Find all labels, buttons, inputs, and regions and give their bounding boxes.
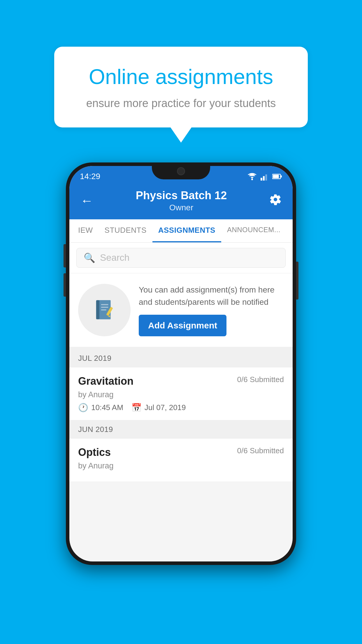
- tab-students[interactable]: STUDENTS: [99, 219, 152, 242]
- settings-button[interactable]: [267, 191, 284, 211]
- notebook-icon: [91, 297, 117, 323]
- svg-rect-6: [280, 175, 282, 177]
- svg-rect-7: [273, 175, 279, 178]
- tab-assignments[interactable]: ASSIGNMENTS: [152, 219, 221, 242]
- volume-down-button[interactable]: [64, 273, 66, 297]
- svg-marker-0: [250, 177, 254, 178]
- month-header-jul: JUL 2019: [69, 349, 293, 368]
- promo-right: You can add assignment(s) from here and …: [139, 284, 284, 336]
- signal-icon: [261, 172, 269, 181]
- speech-bubble: Online assignments ensure more practice …: [54, 47, 308, 127]
- promo-text: You can add assignment(s) from here and …: [139, 284, 284, 308]
- phone-screen: 14:29: [69, 166, 293, 561]
- search-placeholder: Search: [100, 252, 129, 263]
- assignment-top-row: Gravitation 0/6 Submitted: [78, 375, 284, 387]
- meta-time: 🕐 10:45 AM: [78, 403, 123, 412]
- front-camera: [177, 167, 185, 175]
- assignment-meta: 🕐 10:45 AM 📅 Jul 07, 2019: [78, 403, 284, 412]
- status-icons: [247, 172, 282, 181]
- assignment-submitted: 0/6 Submitted: [237, 375, 284, 384]
- assignment-name-optics: Optics: [78, 446, 111, 459]
- add-assignment-button[interactable]: Add Assignment: [139, 315, 226, 336]
- clock-icon: 🕐: [78, 403, 88, 412]
- month-header-jun: JUN 2019: [69, 420, 293, 439]
- svg-rect-2: [261, 178, 262, 180]
- svg-rect-13: [101, 309, 106, 310]
- tab-iew[interactable]: IEW: [72, 219, 99, 242]
- search-input-wrap[interactable]: 🔍 Search: [76, 248, 286, 268]
- search-container: 🔍 Search: [69, 243, 293, 273]
- svg-rect-4: [265, 174, 267, 181]
- meta-date: 📅 Jul 07, 2019: [131, 403, 186, 412]
- assignment-top-row-optics: Optics 0/6 Submitted: [78, 446, 284, 459]
- promo-section: You can add assignment(s) from here and …: [69, 273, 293, 349]
- assignment-item-gravitation[interactable]: Gravitation 0/6 Submitted by Anurag 🕐 10…: [69, 368, 293, 420]
- assignment-submitted-optics: 0/6 Submitted: [237, 446, 284, 455]
- header-title: Physics Batch 12: [96, 189, 267, 202]
- svg-rect-12: [101, 307, 108, 307]
- assignment-by-optics: by Anurag: [78, 461, 284, 470]
- assignment-time: 10:45 AM: [91, 403, 123, 412]
- svg-rect-3: [263, 176, 265, 180]
- hero-section: Online assignments ensure more practice …: [0, 0, 362, 127]
- status-time: 14:29: [80, 172, 100, 181]
- assignment-name: Gravitation: [78, 375, 133, 387]
- phone-notch: [152, 162, 210, 179]
- header-subtitle: Owner: [96, 203, 267, 212]
- gear-icon: [269, 193, 282, 206]
- wifi-icon: [247, 172, 257, 181]
- svg-rect-11: [101, 304, 108, 305]
- battery-icon: [272, 173, 282, 180]
- bubble-subtitle: ensure more practice for your students: [75, 96, 287, 111]
- search-icon: 🔍: [84, 252, 95, 263]
- promo-icon-circle: [78, 284, 131, 336]
- assignment-item-optics[interactable]: Optics 0/6 Submitted by Anurag: [69, 439, 293, 482]
- assignment-by: by Anurag: [78, 390, 284, 399]
- power-button[interactable]: [296, 262, 298, 300]
- calendar-icon: 📅: [131, 403, 142, 412]
- phone-frame: 14:29: [66, 162, 296, 565]
- svg-point-1: [251, 178, 253, 180]
- phone-device: 14:29: [66, 162, 296, 565]
- back-button[interactable]: ←: [78, 191, 96, 210]
- app-header: ← Physics Batch 12 Owner: [69, 184, 293, 219]
- bubble-title: Online assignments: [75, 64, 287, 89]
- volume-up-button[interactable]: [64, 244, 66, 267]
- tabs-bar: IEW STUDENTS ASSIGNMENTS ANNOUNCEM...: [69, 219, 293, 243]
- header-center: Physics Batch 12 Owner: [96, 189, 267, 212]
- assignment-date: Jul 07, 2019: [145, 403, 186, 412]
- svg-rect-9: [96, 300, 99, 319]
- tab-announcements[interactable]: ANNOUNCEM...: [221, 219, 286, 242]
